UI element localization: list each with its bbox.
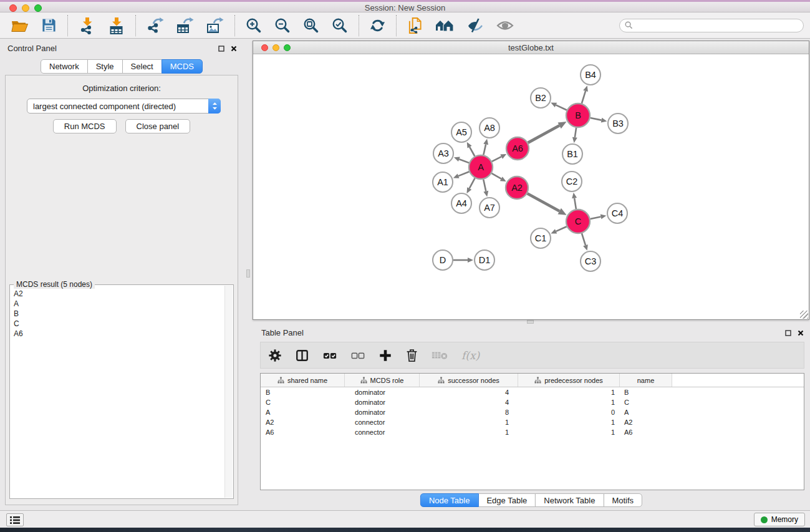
result-list-item[interactable]: A2 <box>14 289 224 299</box>
window-resize-grip[interactable] <box>800 311 808 319</box>
table-cell[interactable]: 1 <box>420 417 518 427</box>
graph-edge[interactable] <box>483 144 486 155</box>
table-row[interactable]: A2connector11A2 <box>261 417 804 427</box>
table-cell[interactable]: B <box>620 387 672 397</box>
graph-edge[interactable] <box>575 128 576 137</box>
table-cell[interactable]: C <box>620 397 672 407</box>
close-panel-button[interactable]: Close panel <box>125 119 191 133</box>
tab-motifs[interactable]: Motifs <box>603 493 642 507</box>
function-builder-button[interactable]: f(x) <box>461 349 480 362</box>
table-row[interactable]: Cdominator41C <box>261 397 804 407</box>
clear-table-button[interactable] <box>432 350 448 361</box>
save-session-button[interactable] <box>41 17 57 33</box>
table-cell[interactable]: dominator <box>345 407 420 417</box>
tab-node-table[interactable]: Node Table <box>420 493 479 507</box>
float-panel-icon[interactable] <box>218 44 224 54</box>
home-button[interactable] <box>435 17 454 33</box>
graph-edge[interactable] <box>491 173 501 179</box>
delete-row-button[interactable] <box>405 348 418 362</box>
open-session-button[interactable] <box>11 17 29 33</box>
graph-edge[interactable] <box>556 226 567 231</box>
graph-edge[interactable] <box>591 216 601 219</box>
table-cell[interactable]: C <box>261 397 345 407</box>
zoom-fit-button[interactable] <box>303 17 319 34</box>
search-field[interactable] <box>619 19 804 32</box>
column-view-button[interactable] <box>295 349 309 362</box>
tab-network-table[interactable]: Network Table <box>535 493 604 507</box>
tab-select[interactable]: Select <box>122 59 162 74</box>
graph-edge[interactable] <box>528 193 560 211</box>
graph-edge[interactable] <box>582 91 586 104</box>
float-table-panel-icon[interactable] <box>785 329 791 338</box>
column-header-name[interactable]: name <box>620 374 672 387</box>
criterion-select[interactable]: largest connected component (directed) <box>27 99 221 114</box>
zoom-selected-button[interactable] <box>332 17 348 34</box>
tab-mcds[interactable]: MCDS <box>162 59 203 74</box>
export-network-button[interactable] <box>147 17 164 34</box>
result-list-scrollbar[interactable] <box>224 286 233 498</box>
close-panel-icon[interactable] <box>231 44 237 54</box>
show-view-button[interactable] <box>496 19 514 32</box>
result-list-item[interactable]: B <box>14 309 224 319</box>
graph-edge[interactable] <box>459 159 469 163</box>
memory-button[interactable]: Memory <box>754 513 805 526</box>
table-cell[interactable]: 0 <box>518 407 620 417</box>
deselect-all-button[interactable] <box>350 349 365 362</box>
graph-edge[interactable] <box>470 147 475 157</box>
table-cell[interactable]: dominator <box>345 397 420 407</box>
table-cell[interactable]: 1 <box>420 427 518 437</box>
graph-edge[interactable] <box>528 125 559 143</box>
column-header-predecessor-nodes[interactable]: predecessor nodes <box>518 374 620 387</box>
table-cell[interactable]: A <box>620 407 672 417</box>
tab-edge-table[interactable]: Edge Table <box>478 493 536 507</box>
graph-edge[interactable] <box>582 233 586 245</box>
zoom-in-button[interactable] <box>246 17 262 34</box>
vertical-splitter-grip[interactable] <box>246 269 250 278</box>
network-window-titlebar[interactable]: testGlobe.txt <box>253 41 809 54</box>
horizontal-splitter-grip[interactable] <box>527 320 534 324</box>
table-row[interactable]: Bdominator41B <box>261 387 804 397</box>
column-header-mcds-role[interactable]: MCDS role <box>345 374 420 387</box>
graph-edge[interactable] <box>492 157 501 162</box>
graph-edge[interactable] <box>458 172 469 176</box>
search-input[interactable] <box>635 21 798 30</box>
table-cell[interactable]: dominator <box>345 387 420 397</box>
import-table-button[interactable] <box>108 17 125 34</box>
add-row-button[interactable] <box>378 349 392 362</box>
zoom-out-button[interactable] <box>274 17 291 34</box>
network-file-button[interactable] <box>407 17 423 34</box>
table-settings-button[interactable] <box>268 349 282 362</box>
table-cell[interactable]: connector <box>345 417 420 427</box>
table-cell[interactable]: A <box>261 407 345 417</box>
graph-edge[interactable] <box>483 180 486 191</box>
result-list-item[interactable]: A6 <box>14 329 224 339</box>
hide-details-button[interactable] <box>466 17 484 34</box>
run-mcds-button[interactable]: Run MCDS <box>53 119 117 133</box>
import-network-button[interactable] <box>79 17 95 34</box>
graph-edge[interactable] <box>574 198 576 210</box>
task-history-button[interactable] <box>6 513 24 526</box>
table-cell[interactable]: 1 <box>518 387 620 397</box>
graph-edge[interactable] <box>556 105 566 110</box>
table-cell[interactable]: A2 <box>261 417 345 427</box>
column-header-shared-name[interactable]: shared name <box>261 374 345 387</box>
graph-edge[interactable] <box>591 118 602 120</box>
table-row[interactable]: A6connector11A6 <box>261 427 804 437</box>
table-cell[interactable]: 1 <box>518 397 620 407</box>
tab-style[interactable]: Style <box>87 59 123 74</box>
table-cell[interactable]: A2 <box>620 417 672 427</box>
column-header-successor-nodes[interactable]: successor nodes <box>420 374 518 387</box>
refresh-layout-button[interactable] <box>370 17 385 34</box>
export-table-button[interactable] <box>176 17 194 34</box>
close-table-panel-icon[interactable] <box>798 329 804 338</box>
table-cell[interactable]: connector <box>345 427 420 437</box>
table-cell[interactable]: 1 <box>518 417 620 427</box>
table-cell[interactable]: 4 <box>420 397 518 407</box>
export-image-button[interactable] <box>206 17 224 34</box>
table-row[interactable]: Adominator80A <box>261 407 804 417</box>
network-canvas[interactable]: B4B2BB3A8A5A6A3B1AC2A1A2A4A7C4CC1C3DD1 <box>253 54 809 319</box>
table-cell[interactable]: 1 <box>518 427 620 437</box>
result-list-item[interactable]: A <box>14 299 224 309</box>
table-cell[interactable]: B <box>261 387 345 397</box>
result-list-item[interactable]: C <box>14 319 224 329</box>
